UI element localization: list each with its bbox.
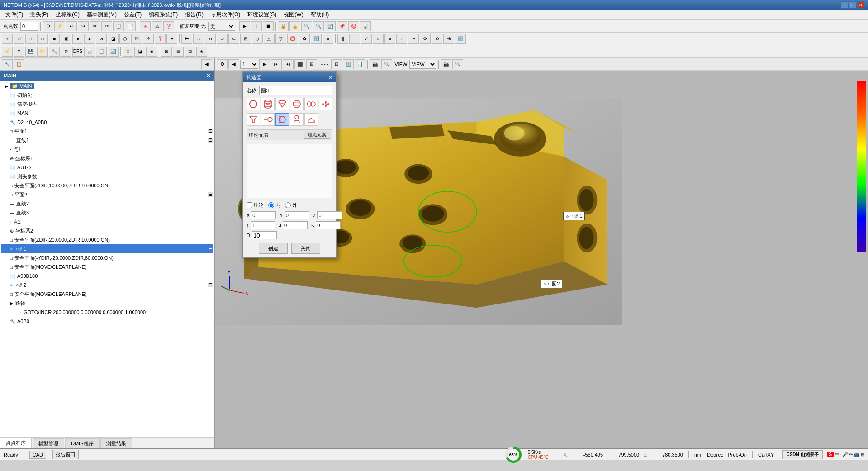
tb-feat-13[interactable]: ■ bbox=[146, 47, 157, 57]
tb-btn-9[interactable]: 🔺 bbox=[140, 21, 151, 31]
tb-shape-8[interactable]: ▲ bbox=[84, 34, 95, 44]
radio-outer[interactable]: 外 bbox=[285, 202, 297, 209]
tb-btn-22[interactable]: ⏹ bbox=[263, 21, 274, 31]
tab-measure-result[interactable]: 测量结果 bbox=[100, 438, 132, 448]
tb-shape-20[interactable]: ⊂ bbox=[228, 34, 239, 44]
tree-item-6[interactable]: ·点1 bbox=[1, 145, 213, 154]
name-input[interactable] bbox=[259, 86, 332, 95]
rb-outer[interactable] bbox=[285, 202, 291, 208]
tb-shape-14[interactable]: ❓ bbox=[155, 34, 166, 44]
tb-btn-20[interactable]: ▶ bbox=[239, 21, 250, 31]
tb-btn-23[interactable]: 🔒 bbox=[278, 21, 289, 31]
tb-btn-29[interactable]: 🎯 bbox=[348, 21, 359, 31]
radio-theory[interactable]: 理论 bbox=[247, 202, 264, 209]
tb-shape-19[interactable]: ⊃ bbox=[217, 34, 228, 44]
tb-shape-13[interactable]: ⚠ bbox=[143, 34, 154, 44]
tb-shape-26[interactable]: ✿ bbox=[299, 34, 310, 44]
tree-item-8[interactable]: 📄AUTO bbox=[1, 163, 213, 172]
tb-btn-24[interactable]: 🔓 bbox=[289, 21, 300, 31]
icon-filter[interactable] bbox=[247, 113, 260, 126]
tb-shape-30[interactable]: ⊥ bbox=[349, 34, 360, 44]
tb-shape-12[interactable]: ☒ bbox=[131, 34, 142, 44]
tree-item-9[interactable]: 📄测头参数 bbox=[1, 172, 213, 181]
tb-btn-25[interactable]: 🔍 bbox=[301, 21, 312, 31]
tree-item-7[interactable]: ⊕坐标系1 bbox=[1, 154, 213, 163]
left-tb-2[interactable]: 📋 bbox=[14, 59, 24, 69]
tree-item-3[interactable]: 🔧D2L40_A0B0 bbox=[1, 118, 213, 127]
j-input[interactable] bbox=[283, 221, 308, 229]
tb-shape-2[interactable]: ⊙ bbox=[14, 34, 24, 44]
tb-feat-2[interactable]: ✕ bbox=[14, 47, 24, 57]
tb-shape-28[interactable]: ≡ bbox=[323, 34, 333, 44]
tb-btn-2[interactable]: ⚡ bbox=[54, 21, 65, 31]
report-label[interactable]: 报告窗口 bbox=[52, 450, 79, 459]
tb-shape-31[interactable]: ∠ bbox=[361, 34, 372, 44]
tree-item-5[interactable]: —直线1 ☰ bbox=[1, 136, 213, 145]
tb-shape-35[interactable]: ↗ bbox=[408, 34, 419, 44]
tree-item-21[interactable]: ● ○圆2 ☰ bbox=[1, 281, 213, 290]
tb-shape-15[interactable]: ✦ bbox=[166, 34, 177, 44]
menu-coord[interactable]: 坐标系(C) bbox=[52, 10, 83, 19]
tree-item-4[interactable]: □平面1 ☰ bbox=[1, 127, 213, 136]
restore-button[interactable]: □ bbox=[849, 1, 856, 9]
menu-env[interactable]: 环境设置(S) bbox=[244, 10, 280, 19]
menu-tolerance[interactable]: 公差(T) bbox=[120, 10, 145, 19]
tab-dmis-program[interactable]: DMIS程序 bbox=[65, 438, 100, 448]
tb-feat-10[interactable]: 🔄 bbox=[108, 47, 119, 57]
tb-shape-39[interactable]: 🔢 bbox=[455, 34, 466, 44]
icon-chain[interactable] bbox=[304, 98, 318, 110]
theory-btn[interactable]: 理论元素 bbox=[304, 131, 330, 139]
tb-shape-21[interactable]: ⊞ bbox=[240, 34, 251, 44]
tree-item-11[interactable]: □平面2 ☰ bbox=[1, 190, 213, 199]
tb-shape-27[interactable]: 🔢 bbox=[311, 34, 322, 44]
close-button[interactable]: ✕ bbox=[857, 1, 864, 9]
tb-shape-18[interactable]: ∪ bbox=[205, 34, 216, 44]
tb-shape-36[interactable]: ⟳ bbox=[420, 34, 431, 44]
tree-item-0[interactable]: 📄初始化 bbox=[1, 90, 213, 100]
tree-item-23[interactable]: ▶路径 bbox=[1, 299, 213, 308]
tree-item-18[interactable]: □安全平面(-YDIR,-20.0000,ZDIR,80.0000,ON) bbox=[1, 253, 213, 262]
tb-shape-9[interactable]: ⊿ bbox=[96, 34, 107, 44]
menu-report[interactable]: 报告(R) bbox=[181, 10, 207, 19]
x-input[interactable] bbox=[251, 211, 276, 219]
panel-close-icon[interactable]: ✕ bbox=[206, 73, 210, 79]
tb-shape-38[interactable]: % bbox=[443, 34, 454, 44]
tb-btn-11[interactable]: ❓ bbox=[163, 21, 174, 31]
tree-item-15[interactable]: ⊕坐标系2 bbox=[1, 226, 213, 235]
icon-person[interactable] bbox=[290, 113, 304, 126]
tb-feat-16[interactable]: ⊠ bbox=[185, 47, 195, 57]
tb-btn-4[interactable]: ↪ bbox=[78, 21, 89, 31]
menu-special[interactable]: 专用软件(O) bbox=[207, 10, 244, 19]
cad-label[interactable]: CAD bbox=[29, 451, 46, 459]
tb-shape-6[interactable]: ▣ bbox=[61, 34, 71, 44]
tree-item-16[interactable]: □安全平面(ZDIR,20.0000,ZDIR,10.0000,ON) bbox=[1, 235, 213, 244]
menu-view[interactable]: 视图(W) bbox=[280, 10, 307, 19]
tree-item-24[interactable]: →GOTO/INCR,200.000000,0.000000,0.000000,… bbox=[1, 308, 213, 317]
left-tb-collapse[interactable]: ◀ bbox=[201, 59, 212, 69]
tb-shape-1[interactable]: ＋ bbox=[2, 34, 13, 44]
tb-shape-23[interactable]: △ bbox=[264, 34, 275, 44]
tree-item-1[interactable]: 📄清空报告 bbox=[1, 100, 213, 109]
tb-shape-37[interactable]: ⟲ bbox=[432, 34, 442, 44]
tab-point-program[interactable]: 点点程序 bbox=[0, 438, 32, 448]
tree-item-2[interactable]: 📄MAN bbox=[1, 109, 213, 118]
tb-btn-7[interactable]: 📋 bbox=[113, 21, 124, 31]
tb-shape-7[interactable]: ● bbox=[72, 34, 83, 44]
tb-feat-12[interactable]: ◪ bbox=[134, 47, 145, 57]
d-input[interactable] bbox=[252, 231, 277, 239]
tree-item-14[interactable]: ·点2 bbox=[1, 217, 213, 226]
tb-feat-17[interactable]: ◈ bbox=[196, 47, 207, 57]
tb-btn-28[interactable]: 📌 bbox=[337, 21, 347, 31]
tb-shape-5[interactable]: ■ bbox=[49, 34, 60, 44]
tb-feat-9[interactable]: 📋 bbox=[96, 47, 107, 57]
tb-btn-10[interactable]: ⚠ bbox=[152, 21, 162, 31]
menu-measure[interactable]: 基本测量(M) bbox=[83, 10, 120, 19]
tb-feat-4[interactable]: 📁 bbox=[37, 47, 48, 57]
tb-shape-3[interactable]: ∩ bbox=[25, 34, 36, 44]
tb-shape-17[interactable]: ∩ bbox=[193, 34, 204, 44]
i-input[interactable] bbox=[251, 221, 275, 229]
tb-feat-8[interactable]: 📊 bbox=[84, 47, 95, 57]
icon-cylinder[interactable] bbox=[261, 98, 275, 110]
tb-shape-22[interactable]: ◇ bbox=[252, 34, 263, 44]
tb-shape-11[interactable]: ⬡ bbox=[119, 34, 130, 44]
